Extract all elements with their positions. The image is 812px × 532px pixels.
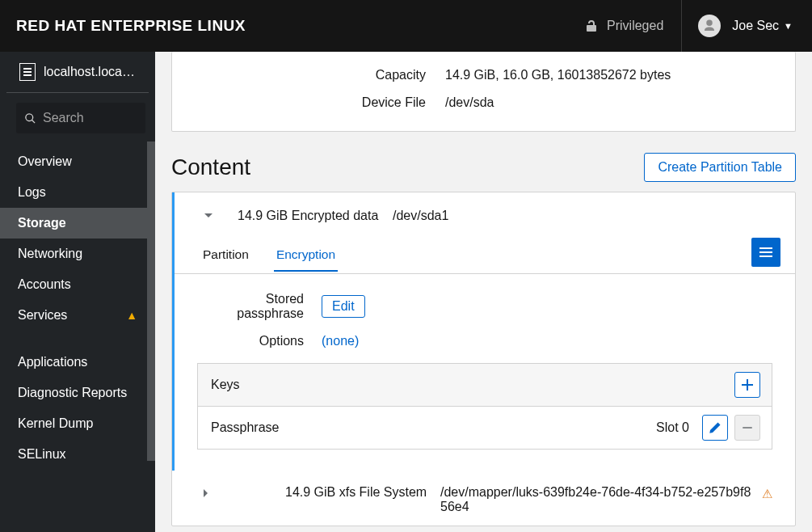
info-value: /dev/sda [445, 95, 772, 110]
info-label: Capacity [195, 68, 445, 82]
user-menu[interactable]: Joe Sec ▼ [682, 0, 796, 52]
create-partition-table-button[interactable]: Create Partition Table [644, 153, 796, 182]
minus-icon [743, 427, 752, 429]
plus-icon [742, 379, 753, 391]
host-selector[interactable]: localhost.localdomain [6, 52, 149, 93]
scrollbar-thumb[interactable] [147, 141, 155, 461]
nav-separator [0, 331, 155, 347]
chevron-down-icon[interactable] [202, 209, 215, 222]
main: Capacity 14.9 GiB, 16.0 GB, 16013852672 … [155, 52, 812, 532]
key-slot: Slot 0 [656, 420, 689, 435]
privileged-label: Privileged [607, 19, 663, 33]
caret-down-icon: ▼ [784, 21, 793, 31]
nav-label: Storage [18, 216, 66, 230]
volume-device: /dev/mapper/luks-639fb24e-76de-4f34-b752… [440, 485, 752, 514]
nav-networking[interactable]: Networking [0, 239, 155, 269]
row-options: Options (none) [197, 334, 772, 348]
nav-label: Networking [18, 247, 82, 261]
enc-value: Edit [322, 295, 365, 318]
scrollbar-track[interactable] [147, 141, 155, 532]
info-value: 14.9 GiB, 16.0 GB, 16013852672 bytes [445, 68, 772, 82]
enc-label: Stored passphrase [197, 292, 304, 321]
pencil-icon [709, 422, 721, 433]
tab-partition[interactable]: Partition [189, 238, 263, 271]
warning-icon: ▲ [126, 309, 137, 322]
volume-row-2[interactable]: 14.9 GiB xfs File System /dev/mapper/luk… [172, 471, 795, 526]
search-wrap [0, 93, 155, 141]
options-link[interactable]: (none) [322, 334, 359, 348]
nav-overview[interactable]: Overview [0, 146, 155, 177]
nav-label: Diagnostic Reports [18, 386, 127, 400]
nav-list: Overview Logs Storage Networking Account… [0, 141, 155, 470]
nav-accounts[interactable]: Accounts [0, 269, 155, 300]
nav-kernel-dump[interactable]: Kernel Dump [0, 408, 155, 439]
keys-title: Keys [211, 378, 240, 392]
row-stored-passphrase: Stored passphrase Edit [197, 292, 772, 321]
nav-label: Overview [18, 154, 72, 169]
nav-label: Applications [18, 355, 87, 369]
brand: RED HAT ENTERPRISE LINUX [16, 17, 246, 35]
volume-device: /dev/sda1 [393, 209, 772, 223]
nav-label: Kernel Dump [18, 416, 93, 431]
volume-expanded: 14.9 GiB Encrypted data /dev/sda1 Partit… [172, 192, 795, 471]
nav-applications[interactable]: Applications [0, 347, 155, 378]
nav-selinux[interactable]: SELinux [0, 439, 155, 470]
tabs: Partition Encryption [175, 234, 795, 274]
add-key-button[interactable] [734, 372, 760, 398]
nav-label: Services [18, 308, 67, 323]
volume-desc: 14.9 GiB Encrypted data [238, 209, 393, 223]
key-actions [702, 415, 760, 441]
search-field[interactable] [16, 103, 145, 133]
user-name: Joe Sec [732, 19, 779, 33]
keys-header: Keys [198, 364, 772, 407]
top-bar: RED HAT ENTERPRISE LINUX Privileged Joe … [0, 0, 812, 52]
enc-label: Options [197, 334, 304, 348]
enc-value: (none) [322, 334, 359, 348]
host-name: localhost.localdomain [44, 65, 137, 79]
content-title: Content [171, 154, 250, 180]
volume-desc: 14.9 GiB xfs File System [285, 485, 440, 500]
nav-logs[interactable]: Logs [0, 177, 155, 208]
search-input[interactable] [43, 111, 137, 125]
nav-label: Accounts [18, 277, 71, 292]
key-row: Passphrase Slot 0 [198, 407, 772, 449]
remove-key-button [734, 415, 760, 441]
key-name: Passphrase [211, 420, 656, 435]
info-row-device: Device File /dev/sda [172, 89, 795, 116]
content-header: Content Create Partition Table [171, 153, 796, 182]
nav-storage[interactable]: Storage [0, 208, 155, 239]
avatar [698, 15, 721, 37]
chevron-right-icon[interactable] [200, 487, 212, 500]
privileged-indicator[interactable]: Privileged [568, 0, 682, 52]
menu-button[interactable] [751, 238, 780, 267]
edit-key-button[interactable] [702, 415, 728, 441]
nav-services[interactable]: Services▲ [0, 300, 155, 331]
info-label: Device File [195, 95, 445, 110]
search-icon [24, 112, 36, 125]
nav-label: Logs [18, 185, 46, 200]
topbar-right: Privileged Joe Sec ▼ [568, 0, 796, 52]
device-info-card: Capacity 14.9 GiB, 16.0 GB, 16013852672 … [171, 52, 796, 132]
content-card: 14.9 GiB Encrypted data /dev/sda1 Partit… [171, 192, 796, 526]
sidebar: localhost.localdomain Overview Logs Stor… [0, 52, 155, 532]
hamburger-icon [759, 251, 772, 253]
warning-icon: ⚠ [762, 487, 772, 501]
nav-diagnostic[interactable]: Diagnostic Reports [0, 378, 155, 408]
keys-box: Keys Passphrase Slot 0 [197, 363, 772, 450]
info-row-capacity: Capacity 14.9 GiB, 16.0 GB, 16013852672 … [172, 61, 795, 89]
user-icon [702, 19, 717, 33]
tab-encryption[interactable]: Encryption [263, 238, 349, 271]
edit-passphrase-button[interactable]: Edit [322, 295, 365, 318]
unlock-icon [586, 19, 597, 32]
nav-label: SELinux [18, 447, 66, 462]
nav-scroll: Overview Logs Storage Networking Account… [0, 141, 155, 532]
host-icon [19, 63, 36, 81]
encryption-body: Stored passphrase Edit Options (none) [175, 274, 795, 471]
volume-row[interactable]: 14.9 GiB Encrypted data /dev/sda1 [175, 192, 795, 234]
